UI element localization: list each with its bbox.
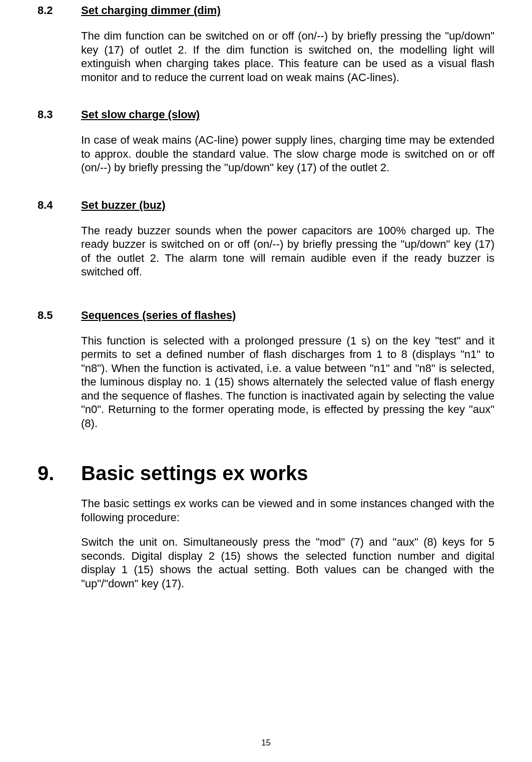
section-number: 8.3 <box>38 108 81 121</box>
section-body: In case of weak mains (AC-line) power su… <box>81 133 494 175</box>
chapter-title: Basic settings ex works <box>81 462 308 485</box>
chapter-number: 9. <box>38 462 81 485</box>
section-8-5: 8.5 Sequences (series of flashes) This f… <box>38 309 494 431</box>
section-8-2: 8.2 Set charging dimmer (dim) The dim fu… <box>38 4 494 84</box>
chapter-header-row: 9. Basic settings ex works <box>38 462 494 485</box>
section-header-row: 8.3 Set slow charge (slow) <box>38 108 494 121</box>
section-number: 8.4 <box>38 199 81 212</box>
chapter-body: The basic settings ex works can be viewe… <box>81 497 494 590</box>
section-title: Set buzzer (buz) <box>81 199 166 212</box>
section-header-row: 8.5 Sequences (series of flashes) <box>38 309 494 322</box>
section-title: Sequences (series of flashes) <box>81 309 236 322</box>
section-number: 8.5 <box>38 309 81 322</box>
section-header-row: 8.4 Set buzzer (buz) <box>38 199 494 212</box>
section-8-3: 8.3 Set slow charge (slow) In case of we… <box>38 108 494 175</box>
section-header-row: 8.2 Set charging dimmer (dim) <box>38 4 494 17</box>
section-8-4: 8.4 Set buzzer (buz) The ready buzzer so… <box>38 199 494 279</box>
section-title: Set charging dimmer (dim) <box>81 4 221 17</box>
section-body: This function is selected with a prolong… <box>81 334 494 431</box>
chapter-paragraph: Switch the unit on. Simultaneously press… <box>81 535 494 590</box>
section-body: The dim function can be switched on or o… <box>81 29 494 84</box>
section-body: The ready buzzer sounds when the power c… <box>81 224 494 279</box>
section-title: Set slow charge (slow) <box>81 108 200 121</box>
chapter-paragraph: The basic settings ex works can be viewe… <box>81 497 494 524</box>
page-number: 15 <box>0 738 532 748</box>
section-number: 8.2 <box>38 4 81 17</box>
